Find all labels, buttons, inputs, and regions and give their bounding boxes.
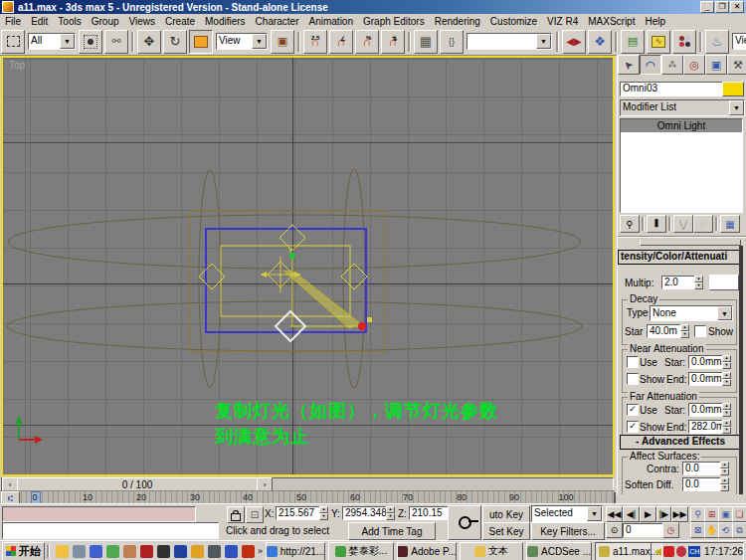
menu-item-create[interactable]: Create [160,16,200,27]
far-use-checkbox[interactable]: ✓ [627,404,639,416]
menu-item-group[interactable]: Group [87,16,124,27]
quick-launch-overflow-chevron[interactable]: » [258,546,263,556]
viewport-label[interactable]: Top [9,60,25,71]
taskbar-task-photoshop[interactable]: Adobe P... [397,542,457,560]
go-to-start-icon[interactable]: ◀◀ [606,506,623,522]
contrast-field[interactable]: 0.0 [682,462,722,475]
menu-item-tools[interactable]: Tools [53,16,86,27]
volume-icon[interactable] [654,548,661,556]
pan-icon[interactable]: ✋ [704,522,719,538]
decay-start-field[interactable]: 40.0m [647,324,683,338]
far-start-field[interactable]: 0.0mm [688,403,725,417]
quick-launch-icon-9[interactable] [191,545,204,558]
near-end-field[interactable]: 0.0mm [688,372,725,386]
light-color-swatch[interactable] [709,275,739,290]
absolute-offset-mode-icon[interactable]: ⊡ [246,506,264,523]
selection-filter-dropdown[interactable]: All▼ [28,33,76,50]
next-frame-icon[interactable]: |▶ [656,506,671,522]
select-and-move-icon[interactable]: ✥ [137,30,161,54]
time-configuration-icon[interactable]: ◷ [662,522,679,538]
current-frame-field[interactable]: 0 [623,523,664,537]
tab-modify[interactable]: ◠ [640,55,661,75]
quick-launch-icon-12[interactable] [242,545,255,558]
chevron-down-icon[interactable]: ▼ [729,100,744,115]
modifier-stack-item[interactable]: Omni Light [621,119,742,132]
ati-tray-icon[interactable] [663,546,674,557]
maxscript-listener-white[interactable] [2,522,219,539]
region-zoom-icon[interactable]: ⊠ [690,522,705,538]
auto-key-button[interactable]: uto Key [482,505,530,523]
curve-editor-icon[interactable]: ∿ [647,30,670,54]
keyboard-shortcut-override-icon[interactable]: ▦ [414,30,438,54]
antivirus-tray-icon[interactable] [676,546,687,557]
start-button[interactable]: 开始 [2,542,45,560]
arc-rotate-icon[interactable]: ⟲ [718,522,733,538]
maximize-button[interactable]: ❐ [715,1,729,13]
menu-item-modifiers[interactable]: Modifiers [200,16,251,27]
minimize-button[interactable]: _ [700,1,714,13]
named-selections-edit-icon[interactable]: {} [440,30,464,54]
viewport-top[interactable]: y Top 复制灯光（如图），调节灯光参数 到满意为止 [1,56,615,476]
time-slider-prev[interactable]: ‹ [2,477,18,491]
render-scene-icon[interactable]: ♨ [705,30,729,54]
quick-launch-icon-4[interactable] [106,545,119,558]
quick-launch-icon-5[interactable] [123,545,136,558]
key-mode-toggle-icon[interactable]: ⊙ [606,522,623,538]
quick-launch-icon-10[interactable] [208,545,221,558]
quick-launch-icon-7[interactable] [157,545,170,558]
quick-launch-icon-6[interactable] [140,545,153,558]
taskbar-task-folder[interactable]: 文本 [460,542,523,560]
soften-diffuse-field[interactable]: 0.0 [682,477,722,491]
near-end-spinner[interactable]: ▲▼ [722,372,731,386]
tab-hierarchy[interactable]: ⁂ [661,55,683,75]
menu-item-customize[interactable]: Customize [485,16,542,27]
menu-item-character[interactable]: Character [251,16,304,27]
named-selection-dropdown[interactable]: ▼ [466,33,552,50]
menu-item-animation[interactable]: Animation [304,16,358,27]
x-coordinate-field[interactable]: 215.567 [276,506,324,520]
menu-item-edit[interactable]: Edit [26,16,53,27]
chevron-down-icon[interactable]: ▼ [252,34,267,49]
taskbar-task-2[interactable]: 婪泰彩... [328,542,394,560]
make-unique-icon[interactable]: ⋁ [673,215,693,233]
decay-start-spinner[interactable]: ▲▼ [680,324,689,338]
x-spinner[interactable]: ▲▼ [319,506,328,520]
selection-region-icon[interactable] [1,30,25,54]
chevron-down-icon[interactable]: ▼ [60,34,75,49]
tab-motion[interactable]: ◎ [683,55,705,75]
chevron-down-icon[interactable]: ▼ [717,306,732,320]
rollout-intensity-color-attenuation[interactable]: tensity/Color/Attenuati [618,250,741,265]
menu-item-help[interactable]: Help [640,16,670,27]
rollout-advanced-effects[interactable]: - Advanced Effects [620,435,741,450]
maxscript-listener-pink[interactable] [2,506,196,522]
remove-modifier-icon[interactable]: ◌ [693,215,713,233]
far-end-spinner[interactable]: ▲▼ [722,420,731,434]
chevron-down-icon[interactable]: ▼ [587,506,602,521]
menu-item-viz-r4[interactable]: VIZ R4 [542,16,583,27]
close-button[interactable]: ✕ [730,1,744,13]
zoom-extents-all-icon[interactable]: ❏ [732,506,746,522]
percent-snap-icon[interactable]: ∩% [355,30,379,54]
set-key-button[interactable]: Set Key [482,522,530,540]
multiplier-spinner[interactable]: ▲▼ [694,276,703,289]
multiplier-field[interactable]: 2.0 [661,276,697,289]
quick-launch-icon-2[interactable] [73,545,86,558]
key-filters-button[interactable]: Key Filters... [531,522,605,540]
quick-launch-icon-1[interactable] [56,545,69,558]
object-name-field[interactable]: Omni03 [620,82,723,96]
zoom-all-icon[interactable]: ⊞ [704,506,719,522]
taskbar-task-acdsee[interactable]: ACDSee ... [526,542,592,560]
add-time-tag-button[interactable]: Add Time Tag [348,522,436,540]
near-use-checkbox[interactable] [627,356,639,368]
far-start-spinner[interactable]: ▲▼ [722,403,731,417]
menu-item-rendering[interactable]: Rendering [430,16,485,27]
tab-display[interactable]: ▣ [705,55,727,75]
render-type-dropdown[interactable]: View▼ [732,33,746,50]
menu-item-maxscript[interactable]: MAXScript [583,16,640,27]
rollout-partial[interactable] [640,240,741,246]
spinner-snap-icon[interactable]: ∩⇅ [381,30,405,54]
tab-create[interactable]: ➤ [618,55,640,75]
soften-diffuse-spinner[interactable]: ▲▼ [720,477,729,491]
zoom-icon[interactable]: ⚲ [690,506,705,522]
show-end-result-icon[interactable]: ⦀ [647,215,666,233]
